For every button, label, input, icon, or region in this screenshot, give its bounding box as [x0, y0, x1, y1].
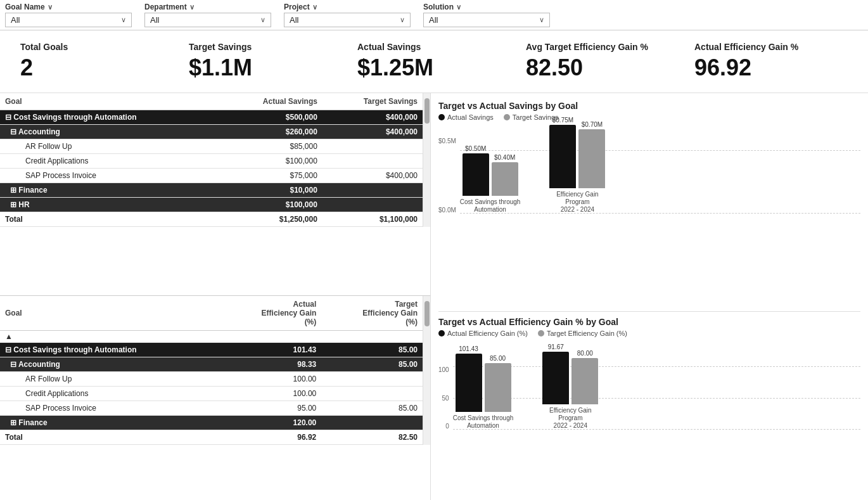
- chevron-down-icon: ∨: [48, 3, 53, 11]
- actual-savings: $1,250,000: [221, 212, 322, 227]
- chart-bar-group: 101.43 85.00 Cost Savings throughAutomat…: [453, 345, 514, 430]
- chart-bar-group: 91.67 80.00 Efficiency Gain Program2022 …: [539, 343, 602, 430]
- target-eff: 85.00: [321, 357, 423, 372]
- bar-target: [578, 129, 605, 188]
- chart1-section: Target vs Actual Savings by Goal Actual …: [438, 98, 860, 309]
- actual-savings: $75,000: [221, 169, 322, 183]
- savings-col-actual: Actual Savings: [221, 93, 322, 110]
- eff-col-actual: ActualEfficiency Gain(%): [220, 296, 322, 331]
- actual-eff: 96.92: [220, 430, 322, 445]
- target-savings: [322, 183, 423, 198]
- target-savings: [322, 198, 423, 212]
- goal-label: Credit Applications: [0, 387, 220, 401]
- legend-dot-target-eff: [538, 330, 544, 337]
- bar-actual-eff: [456, 354, 482, 412]
- legend-actual-eff: Actual Efficiency Gain (%): [438, 330, 528, 337]
- actual-eff: 95.00: [220, 401, 322, 416]
- goal-label: ⊟ Cost Savings through Automation: [0, 110, 221, 125]
- bar-actual: [463, 153, 489, 196]
- goal-label: AR Follow Up: [0, 139, 221, 154]
- filter-select-solution[interactable]: All ∨: [423, 13, 550, 27]
- bar-target: [492, 162, 518, 196]
- bar-actual-eff: [542, 352, 569, 404]
- chart2-title: Target vs Actual Efficiency Gain % by Go…: [438, 317, 860, 327]
- kpi-value-avg-target-efficiency: 82.50: [526, 54, 583, 81]
- table-row: Credit Applications $100,000: [0, 154, 423, 169]
- table-row: AR Follow Up $85,000: [0, 139, 423, 154]
- filter-group-solution: Solution ∨ All ∨: [423, 3, 550, 27]
- target-savings: $1,100,000: [322, 212, 423, 227]
- legend-dot-actual-savings: [438, 114, 445, 120]
- actual-savings: $10,000: [221, 183, 322, 198]
- filter-select-project[interactable]: All ∨: [284, 13, 411, 27]
- filter-label-goalname: Goal Name ∨: [5, 3, 132, 11]
- legend-dot-actual-eff: [438, 330, 445, 337]
- bar-x-label: Efficiency Gain Program2022 - 2024: [546, 191, 609, 214]
- target-savings: [322, 154, 423, 169]
- target-savings: $400,000: [322, 110, 423, 125]
- scroll-indicator-1[interactable]: [423, 93, 430, 227]
- kpi-label-total-goals: Total Goals: [20, 42, 68, 52]
- filter-bar: Goal Name ∨ All ∨ Department ∨ All ∨ Pro…: [0, 0, 868, 30]
- chart-bar-group: $0.75M $0.70M Efficiency Gain Program202…: [546, 117, 609, 214]
- filter-select-goalname[interactable]: All ∨: [5, 13, 132, 27]
- savings-table-section: Goal Actual Savings Target Savings ⊟ Cos…: [0, 93, 430, 296]
- goal-label: ⊟ Accounting: [0, 125, 221, 139]
- table-row: SAP Process Invoice $75,000 $400,000: [0, 169, 423, 183]
- chart-bar-group: $0.50M $0.40M Cost Savings throughAutoma…: [460, 145, 521, 214]
- goal-label: Total: [0, 430, 220, 445]
- chevron-down-icon-5: ∨: [312, 3, 317, 11]
- legend-dot-target-savings: [504, 114, 510, 120]
- actual-eff: 101.43: [220, 343, 322, 357]
- table-row: Total 96.92 82.50: [0, 430, 423, 445]
- chart2-content: 101.43 85.00 Cost Savings throughAutomat…: [453, 366, 860, 442]
- kpi-avg-target-efficiency: Avg Target Efficiency Gain % 82.50: [518, 37, 687, 86]
- filter-group-project: Project ∨ All ∨: [284, 3, 411, 27]
- kpi-bar: Total Goals 2 Target Savings $1.1M Actua…: [0, 30, 868, 93]
- table-row: ⊞ Finance $10,000: [0, 183, 423, 198]
- target-eff: [321, 372, 423, 387]
- goal-label: ⊟ Cost Savings through Automation: [0, 343, 220, 357]
- left-panel: Goal Actual Savings Target Savings ⊟ Cos…: [0, 93, 431, 500]
- table-row: ⊟ Cost Savings through Automation 101.43…: [0, 343, 423, 357]
- chart2-section: Target vs Actual Efficiency Gain % by Go…: [438, 314, 860, 500]
- chart1-area: $0.5M $0.0M $0.50M $0.40M Cost Savings t…: [438, 125, 860, 226]
- target-eff: 85.00: [321, 343, 423, 357]
- table-row: ⊟ Accounting $260,000 $400,000: [0, 125, 423, 139]
- efficiency-table-section: Goal ActualEfficiency Gain(%) TargetEffi…: [0, 296, 430, 500]
- kpi-value-actual-savings: $1.25M: [357, 54, 433, 81]
- right-panel: Target vs Actual Savings by Goal Actual …: [431, 93, 868, 500]
- table-row: ⊟ Cost Savings through Automation $500,0…: [0, 110, 423, 125]
- actual-eff: 120.00: [220, 416, 322, 430]
- table-row: Total $1,250,000 $1,100,000: [0, 212, 423, 227]
- bar-target-eff: [571, 358, 598, 404]
- filter-label-department: Department ∨: [144, 3, 271, 11]
- table-row: ⊞ HR $100,000: [0, 198, 423, 212]
- kpi-label-actual-savings: Actual Savings: [357, 42, 421, 52]
- actual-savings: $500,000: [221, 110, 322, 125]
- actual-savings: $100,000: [221, 198, 322, 212]
- kpi-target-savings: Target Savings $1.1M: [181, 37, 350, 86]
- target-eff: [321, 387, 423, 401]
- goal-label: SAP Process Invoice: [0, 169, 221, 183]
- bar-x-label: Cost Savings throughAutomation: [453, 414, 514, 430]
- filter-select-department[interactable]: All ∨: [144, 13, 271, 27]
- goal-label: SAP Process Invoice: [0, 401, 220, 416]
- bar-x-label: Cost Savings throughAutomation: [460, 198, 521, 214]
- actual-savings: $260,000: [221, 125, 322, 139]
- scroll-indicator-2[interactable]: [423, 296, 430, 445]
- bar-x-label: Efficiency Gain Program2022 - 2024: [539, 407, 602, 430]
- target-savings: $400,000: [322, 169, 423, 183]
- bar-actual: [549, 125, 576, 188]
- chart-divider: [438, 311, 860, 312]
- efficiency-table: Goal ActualEfficiency Gain(%) TargetEffi…: [0, 296, 423, 445]
- kpi-actual-savings: Actual Savings $1.25M: [350, 37, 518, 86]
- chevron-down-icon-3: ∨: [189, 3, 195, 11]
- legend-actual-savings: Actual Savings: [438, 113, 494, 121]
- actual-eff: 98.33: [220, 357, 322, 372]
- savings-table: Goal Actual Savings Target Savings ⊟ Cos…: [0, 93, 423, 227]
- chart1-content: $0.50M $0.40M Cost Savings throughAutoma…: [460, 150, 860, 226]
- chevron-down-icon-2: ∨: [121, 16, 126, 24]
- bar-target-eff: [485, 363, 511, 412]
- chart1-title: Target vs Actual Savings by Goal: [438, 101, 860, 111]
